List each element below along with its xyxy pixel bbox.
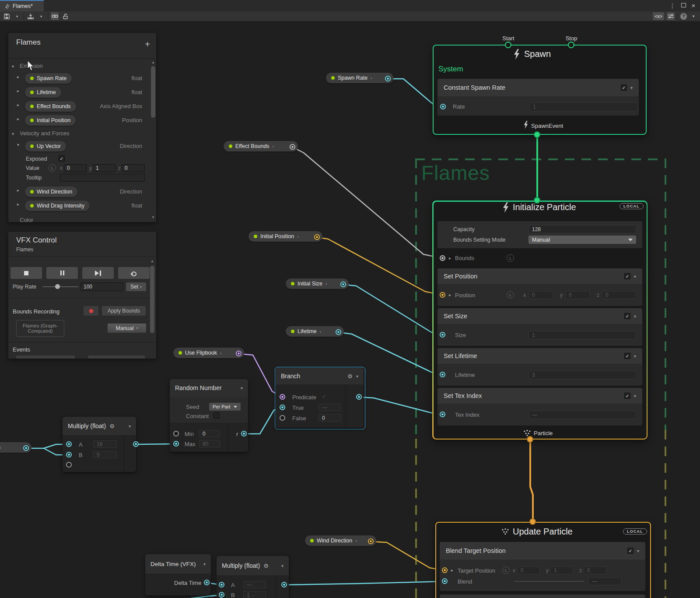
rate-field[interactable]: 1	[529, 102, 638, 111]
false-field[interactable]: 0	[318, 414, 341, 422]
edge-multiply2-to-blend[interactable]	[284, 581, 445, 585]
block-enabled-checkbox[interactable]: ✓	[624, 313, 630, 319]
block-enabled-checkbox[interactable]: ✓	[621, 84, 627, 91]
apply-bounds-button[interactable]: Apply Bounds	[102, 306, 146, 316]
port-initial-position-out[interactable]	[314, 234, 320, 240]
property-initial-position[interactable]: Initial Position	[25, 115, 76, 126]
property-wind-direction[interactable]: Wind Direction	[25, 186, 77, 197]
input-a-field[interactable]: 16	[93, 440, 117, 448]
blend-field[interactable]: —	[588, 577, 622, 585]
link-toggle-button[interactable]	[51, 12, 59, 20]
edge-branch-to-texindex[interactable]	[359, 397, 443, 415]
set-tex-index-block[interactable]: Set Tex Index ✓ ▾	[438, 388, 642, 404]
save-dropdown[interactable]: ▾	[13, 12, 21, 20]
constant-checkbox[interactable]	[214, 412, 220, 419]
port-branch-predicate-in[interactable]	[280, 394, 285, 400]
exposed-checkbox[interactable]: ✓	[59, 155, 65, 162]
bounds-mode-dropdown[interactable]: Manual▾	[108, 324, 146, 333]
lock-icon[interactable]: L	[502, 566, 510, 574]
scroll-up-icon[interactable]: ▲	[151, 61, 155, 64]
tooltip-field[interactable]	[60, 174, 145, 182]
gear-icon[interactable]: ⚙	[347, 373, 353, 380]
port-multiply2-b-in[interactable]	[219, 592, 224, 598]
chevron-down-icon[interactable]: ▾	[12, 64, 14, 69]
settings-button[interactable]	[667, 12, 675, 20]
property-up-vector[interactable]: Up Vector	[25, 141, 66, 151]
more-dropdown[interactable]: ▾	[690, 12, 697, 20]
blackboard-scrollbar[interactable]	[151, 66, 155, 118]
port-lifetime-out[interactable]	[336, 329, 341, 335]
kebab-menu-icon[interactable]: ⋮	[668, 0, 677, 11]
chevron-down-icon[interactable]: ▾	[203, 562, 206, 566]
port-size-out[interactable]	[23, 445, 29, 451]
onstop-button-clipped[interactable]	[88, 355, 145, 359]
collapse-icon[interactable]: ‹	[355, 538, 357, 543]
chevron-down-icon[interactable]: ▾	[281, 563, 284, 568]
chevron-down-icon[interactable]: ▾	[634, 394, 636, 398]
port-blend-in[interactable]	[442, 578, 448, 584]
chevron-down-icon[interactable]: ▾	[241, 386, 243, 390]
collapse-icon[interactable]: ‹	[320, 329, 321, 334]
block-enabled-checkbox[interactable]: ✓	[624, 353, 630, 359]
multiply1-header[interactable]: Multiply (float) ⚙ ▾	[63, 417, 136, 435]
port-multiply1-b-in[interactable]	[66, 452, 72, 457]
port-use-flipbook-out[interactable]	[236, 351, 242, 356]
port-initialize-in[interactable]	[534, 197, 540, 204]
seed-dropdown[interactable]: Per Part	[209, 403, 241, 411]
expander-icon[interactable]: ▸	[449, 292, 451, 297]
collapse-icon[interactable]: ‹	[273, 144, 274, 149]
random-number-header[interactable]: Random Number ▾	[170, 379, 248, 397]
param-node-use-flipbook[interactable]: Use Flipbook ‹	[173, 348, 244, 358]
port-multiply2-a-in[interactable]	[219, 582, 224, 587]
set-size-block[interactable]: Set Size ✓ ▾	[438, 308, 642, 324]
save-as-dropdown[interactable]: ▾	[37, 12, 45, 20]
play-rate-slider-knob[interactable]	[55, 284, 60, 289]
step-button[interactable]	[82, 267, 114, 279]
multiply2-header[interactable]: Multiply (float) ⚙ ▾	[217, 556, 289, 575]
collapse-icon[interactable]: ‹	[326, 281, 327, 286]
port-initial-size-out[interactable]	[340, 281, 346, 287]
port-tex-index-in[interactable]	[440, 412, 445, 417]
port-branch-true-in[interactable]	[280, 405, 285, 410]
port-random-min-in[interactable]	[173, 431, 179, 436]
save-as-button[interactable]	[27, 12, 35, 20]
lock-toggle-button[interactable]	[61, 12, 69, 20]
collapse-icon[interactable]: ‹	[220, 351, 221, 355]
chevron-down-icon[interactable]: ▾	[637, 549, 639, 553]
scroll-up-icon[interactable]: ▲	[150, 260, 154, 263]
position-y-field[interactable]: 0	[565, 291, 590, 299]
chevron-right-icon[interactable]: ▸	[17, 74, 19, 79]
collapse-icon[interactable]: ‹	[297, 234, 298, 239]
section-color[interactable]: Color	[20, 217, 33, 222]
port-effect-bounds-out[interactable]	[290, 144, 295, 150]
chevron-right-icon[interactable]: ▸	[17, 188, 19, 193]
property-wind-drag-intensity[interactable]: Wind Drag Intensity	[25, 201, 90, 211]
help-button[interactable]: ?	[680, 13, 687, 20]
set-lifetime-block[interactable]: Set Lifetime ✓ ▾	[438, 348, 642, 364]
add-property-button[interactable]: +	[145, 40, 150, 49]
port-spawn-event-out[interactable]	[534, 131, 540, 138]
property-effect-bounds[interactable]: Effect Bounds	[25, 101, 76, 112]
record-button[interactable]	[84, 306, 98, 316]
port-multiply1-a-in[interactable]	[66, 441, 72, 447]
param-node-initial-size[interactable]: Initial Size ‹	[286, 278, 349, 289]
maximize-icon[interactable]	[681, 3, 686, 7]
property-spawn-rate[interactable]: Spawn Rate	[25, 73, 72, 84]
chevron-right-icon[interactable]: ▸	[17, 102, 19, 107]
collapse-icon[interactable]: ‹	[0, 445, 1, 450]
port-lifetime-in[interactable]	[440, 372, 445, 377]
port-multiply1-c-in[interactable]	[66, 462, 72, 468]
port-target-position-in[interactable]	[442, 567, 448, 573]
chevron-down-icon[interactable]: ▾	[356, 374, 358, 379]
chevron-right-icon[interactable]: ▸	[17, 88, 19, 93]
play-rate-slider[interactable]	[42, 286, 78, 287]
input-b-field[interactable]: 5	[93, 451, 117, 458]
port-initialize-out[interactable]	[527, 436, 533, 443]
target-z-field[interactable]: 0	[584, 566, 606, 574]
gear-icon[interactable]: ⚙	[263, 563, 269, 569]
expander-icon[interactable]: ▸	[449, 256, 451, 260]
tab-flames[interactable]: Flames*	[0, 0, 44, 11]
port-multiply1-out[interactable]	[133, 441, 139, 447]
port-spawn-rate-out[interactable]	[385, 76, 391, 81]
section-velocity[interactable]: Velocity and Forces	[20, 130, 69, 137]
